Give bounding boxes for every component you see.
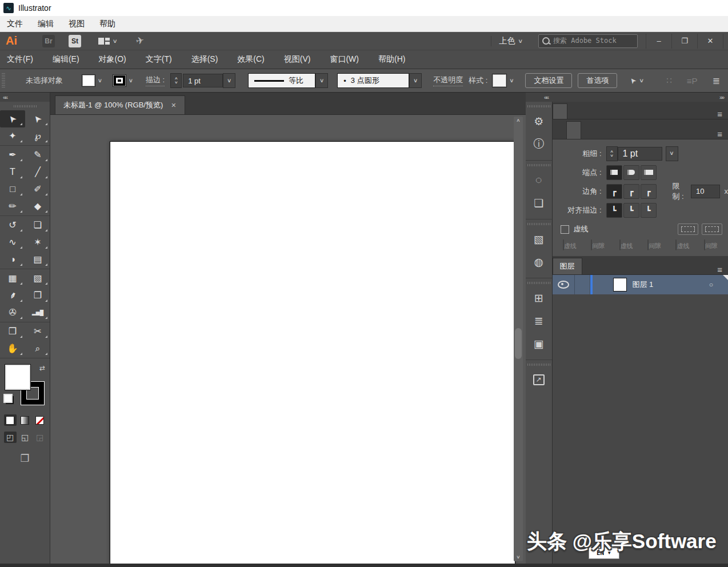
close-icon[interactable]: ✕ <box>171 102 176 109</box>
gradient-tool[interactable]: ▧ <box>25 270 50 287</box>
toolbar-grip[interactable] <box>14 105 37 107</box>
shaper-tool[interactable]: ✏ <box>0 198 25 215</box>
stroke-link[interactable]: 描边 : <box>146 75 165 86</box>
type-tool[interactable]: T <box>0 163 25 181</box>
color-button[interactable] <box>4 414 17 426</box>
scrollbar-thumb[interactable] <box>515 328 522 359</box>
zoom-tool[interactable]: ⌕ <box>25 340 50 357</box>
tab-layers[interactable]: 图层 <box>553 258 582 274</box>
chevron-down-icon[interactable]: ˅ <box>666 146 678 161</box>
os-menu-item[interactable]: 文件 <box>7 19 23 29</box>
none-button[interactable] <box>34 414 46 426</box>
lasso-tool[interactable]: ℘ <box>25 127 50 145</box>
menu-item[interactable]: 效果(C) <box>237 54 264 65</box>
vertical-scrollbar[interactable]: ˄ ˅ <box>514 117 523 561</box>
chevron-down-icon[interactable]: ˅ <box>126 75 135 86</box>
corner-miter-button[interactable]: ┏ <box>606 184 622 199</box>
panel-menu-icon[interactable]: ≡ <box>717 129 722 139</box>
panel-grip[interactable] <box>2 73 5 88</box>
column-graph-tool[interactable]: ▂▅█ <box>25 304 50 321</box>
hand-tool[interactable]: ✋ <box>0 340 25 357</box>
bridge-button[interactable]: Br <box>42 35 55 47</box>
magic-wand-tool[interactable]: ✦ <box>0 127 25 145</box>
align-icon[interactable]: ≣ <box>526 309 552 332</box>
screen-mode-button[interactable]: ❐ <box>0 452 50 465</box>
puppet-warp-tool[interactable]: ✶ <box>25 234 50 251</box>
chevron-down-icon[interactable]: ˅ <box>315 73 328 88</box>
menu-item[interactable]: 编辑(E) <box>53 54 79 65</box>
wheel-icon[interactable]: ⚙ <box>526 110 552 133</box>
transparency-icon[interactable]: ◍ <box>526 250 552 273</box>
tab-brushes[interactable] <box>553 122 566 139</box>
direct-selection-tool[interactable]: ➤ <box>25 110 50 127</box>
layer-target-icon[interactable]: ○ <box>709 281 713 289</box>
gradient-icon[interactable]: ▧ <box>526 227 552 250</box>
chevron-down-icon[interactable]: ˅ <box>95 75 105 86</box>
tab-symbols[interactable] <box>581 122 595 139</box>
close-button[interactable]: ✕ <box>697 34 723 49</box>
preserve-dash-button[interactable] <box>678 223 698 235</box>
corner-round-button[interactable]: ┏ <box>623 184 639 199</box>
rotate-tool[interactable]: ↺ <box>0 217 25 234</box>
control-panel-menu-icon[interactable]: ≣ <box>713 75 720 86</box>
select-similar-dropdown[interactable]: ➤ ˅ <box>630 77 643 85</box>
tab-stroke[interactable] <box>566 121 581 139</box>
arrange-documents-button[interactable] <box>98 38 110 45</box>
opacity-link[interactable]: 不透明度 <box>433 75 463 86</box>
strip-grip[interactable] <box>527 223 550 225</box>
chevron-down-icon[interactable]: ˅ <box>223 73 235 88</box>
stroke-color-swatch[interactable] <box>113 74 126 87</box>
strip-grip[interactable] <box>527 164 550 166</box>
draw-inside-button[interactable]: ◲ <box>34 432 46 443</box>
variable-width-profile-dropdown[interactable]: 等比 <box>248 73 315 88</box>
restore-button[interactable]: ❐ <box>671 34 697 49</box>
os-menu-item[interactable]: 编辑 <box>38 19 54 29</box>
selection-tool[interactable]: ➤ <box>0 110 25 127</box>
strip-grip[interactable] <box>527 105 550 107</box>
menu-item[interactable]: 文件(F) <box>7 54 33 65</box>
weight-input[interactable]: 1 pt <box>618 147 662 161</box>
visibility-toggle[interactable] <box>553 275 575 294</box>
style-swatch[interactable] <box>492 74 507 87</box>
menu-item[interactable]: 文字(T) <box>146 54 172 65</box>
corner-bevel-button[interactable]: ┏ <box>641 184 657 199</box>
chevron-down-icon[interactable]: ˅ <box>113 38 117 45</box>
width-tool[interactable]: ∿ <box>0 234 25 251</box>
tab-swatches[interactable] <box>553 103 567 119</box>
miter-limit-input[interactable]: 10 <box>691 185 719 198</box>
document-setup-button[interactable]: 文档设置 <box>525 73 572 88</box>
mesh-tool[interactable]: ▦ <box>0 270 25 287</box>
cap-round-button[interactable] <box>623 165 639 180</box>
scroll-down-icon[interactable]: ˅ <box>514 554 523 560</box>
chevron-down-icon[interactable]: ˅ <box>507 75 516 86</box>
tab-color[interactable] <box>581 104 595 119</box>
paintbrush-tool[interactable]: ✐ <box>25 181 50 198</box>
line-segment-tool[interactable]: ╱ <box>25 163 50 181</box>
dotted-circle-icon[interactable]: ◌ <box>526 169 552 191</box>
align-stroke-inside-button[interactable]: ┗ <box>623 203 639 218</box>
menu-item[interactable]: 视图(V) <box>284 54 311 65</box>
pathfinder-icon[interactable]: ▣ <box>526 332 552 355</box>
eyedropper-tool[interactable]: ✒ <box>0 287 25 304</box>
transform-icon[interactable]: ⊞ <box>526 286 552 309</box>
scale-tool[interactable]: ❏ <box>25 217 50 234</box>
toolbar-collapse-button[interactable]: «« <box>0 93 50 102</box>
menu-item[interactable]: 帮助(H) <box>378 54 405 65</box>
gradient-button[interactable] <box>19 414 31 426</box>
panel-menu-icon[interactable]: ≡ <box>717 109 722 119</box>
gpu-performance-icon[interactable]: ✈ <box>135 34 145 48</box>
dashed-line-checkbox[interactable] <box>561 225 569 234</box>
align-stroke-center-button[interactable]: ┗ <box>606 203 622 218</box>
align-dash-button[interactable] <box>702 223 722 235</box>
info-icon[interactable]: ⓘ <box>526 133 552 155</box>
symbol-sprayer-tool[interactable]: ✇ <box>0 304 25 321</box>
slice-tool[interactable]: ✂ <box>25 323 50 340</box>
fill-color-swatch[interactable] <box>82 74 95 87</box>
panel-menu-icon[interactable]: ≡ <box>717 265 722 274</box>
expand-panels-button[interactable]: »» <box>719 94 723 101</box>
strip-grip[interactable] <box>527 282 550 284</box>
export-icon[interactable]: ↗ <box>526 368 552 391</box>
artboard-tool[interactable]: ❒ <box>0 323 25 340</box>
fill-proxy-swatch[interactable] <box>5 364 31 390</box>
document-tab[interactable]: 未标题-1 @ 100% (RGB/预览) ✕ <box>55 95 185 114</box>
